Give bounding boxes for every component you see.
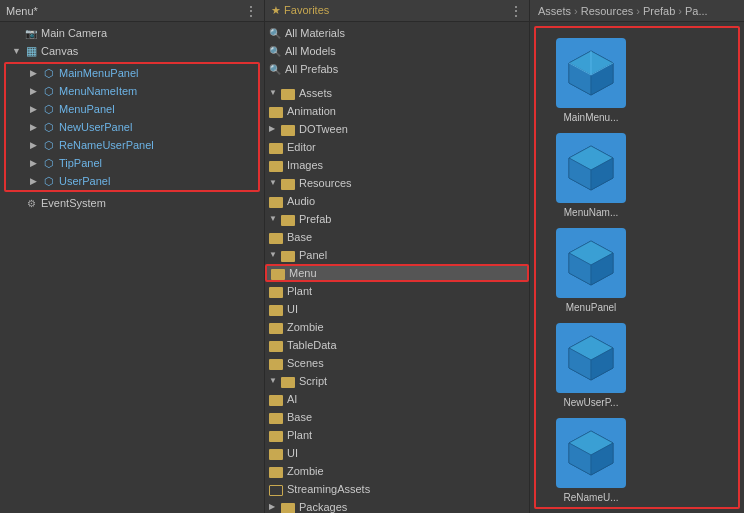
scenes-label: Scenes	[287, 357, 324, 369]
asset-label-menunam: MenuNam...	[564, 207, 618, 218]
asset-item-mainmenu[interactable]: MainMenu...	[546, 38, 636, 123]
project-panel: ★ Favorites ⋮ 🔍 All Materials 🔍 All Mode…	[265, 0, 530, 513]
folder-icon-zombie2	[269, 467, 283, 478]
hierarchy-item-main-camera[interactable]: 📷 Main Camera	[0, 24, 264, 42]
project-resources[interactable]: Resources	[265, 174, 529, 192]
project-script[interactable]: Script	[265, 372, 529, 390]
ai-label: AI	[287, 393, 297, 405]
prefab-icon-menunameitem: ⬡	[42, 84, 56, 98]
project-prefab[interactable]: Prefab	[265, 210, 529, 228]
folder-icon-zombie	[269, 323, 283, 334]
project-editor[interactable]: Editor	[265, 138, 529, 156]
project-ai[interactable]: AI	[265, 390, 529, 408]
asset-icon-newuserp	[556, 323, 626, 393]
folder-icon-ui2	[269, 449, 283, 460]
assets-panel: Assets › Resources › Prefab › Pa...	[530, 0, 744, 513]
asset-item-menupanel[interactable]: MenuPanel	[546, 228, 636, 313]
folder-icon-panel	[281, 251, 295, 262]
asset-item-newuserp[interactable]: NewUserP...	[546, 323, 636, 408]
hierarchy-item-menupanel[interactable]: ⬡ MenuPanel	[6, 100, 258, 118]
project-panel-folder[interactable]: Panel	[265, 246, 529, 264]
packages-label: Packages	[299, 501, 347, 513]
project-packages[interactable]: Packages	[265, 498, 529, 513]
search-icon-prefabs: 🔍	[269, 64, 281, 75]
prefab-icon-menupanel: ⬡	[42, 102, 56, 116]
hierarchy-item-newuserpanel[interactable]: ⬡ NewUserPanel	[6, 118, 258, 136]
folder-icon-images	[269, 161, 283, 172]
hierarchy-item-canvas[interactable]: ▦ Canvas	[0, 42, 264, 60]
base-label: Base	[287, 231, 312, 243]
project-base2[interactable]: Base	[265, 408, 529, 426]
project-scenes[interactable]: Scenes	[265, 354, 529, 372]
newuser-arrow	[30, 122, 40, 132]
ui-label: UI	[287, 303, 298, 315]
asset-icon-menunam	[556, 133, 626, 203]
folder-icon-script	[281, 377, 295, 388]
project-streaming[interactable]: StreamingAssets	[265, 480, 529, 498]
asset-label-menupanel: MenuPanel	[566, 302, 617, 313]
project-tabledata[interactable]: TableData	[265, 336, 529, 354]
project-animation[interactable]: Animation	[265, 102, 529, 120]
asset-item-menunam[interactable]: MenuNam...	[546, 133, 636, 218]
hierarchy-item-userpanel[interactable]: ⬡ UserPanel	[6, 172, 258, 190]
project-audio[interactable]: Audio	[265, 192, 529, 210]
project-plant2[interactable]: Plant	[265, 426, 529, 444]
zombie-label: Zombie	[287, 321, 324, 333]
project-base[interactable]: Base	[265, 228, 529, 246]
project-all-models[interactable]: 🔍 All Models	[265, 42, 529, 60]
resources-arrow	[269, 178, 279, 188]
main-camera-label: Main Camera	[41, 27, 107, 39]
project-ui2[interactable]: UI	[265, 444, 529, 462]
project-images[interactable]: Images	[265, 156, 529, 174]
ui2-label: UI	[287, 447, 298, 459]
breadcrumb-pa: Pa...	[685, 5, 708, 17]
project-plant[interactable]: Plant	[265, 282, 529, 300]
project-zombie[interactable]: Zombie	[265, 318, 529, 336]
project-zombie2[interactable]: Zombie	[265, 462, 529, 480]
assets-label: Assets	[299, 87, 332, 99]
audio-label: Audio	[287, 195, 315, 207]
hierarchy-menu-icon[interactable]: ⋮	[244, 3, 258, 19]
prefab-icon-renameuser: ⬡	[42, 138, 56, 152]
hierarchy-item-tippanel[interactable]: ⬡ TipPanel	[6, 154, 258, 172]
folder-icon-plant	[269, 287, 283, 298]
folder-icon-editor	[269, 143, 283, 154]
project-assets-root[interactable]: Assets	[265, 84, 529, 102]
hierarchy-item-renameuserpanel[interactable]: ⬡ ReNameUserPanel	[6, 136, 258, 154]
folder-icon-ai	[269, 395, 283, 406]
camera-icon: 📷	[24, 26, 38, 40]
project-ui[interactable]: UI	[265, 300, 529, 318]
images-label: Images	[287, 159, 323, 171]
menupanel-label: MenuPanel	[59, 103, 115, 115]
search-icon-models: 🔍	[269, 46, 281, 57]
asset-icon-mainmenu	[556, 38, 626, 108]
prefab-arrow	[269, 214, 279, 224]
project-menu-folder[interactable]: Menu	[265, 264, 529, 282]
menunameitem-arrow	[30, 86, 40, 96]
hierarchy-tree: 📷 Main Camera ▦ Canvas ⬡ MainMenuPanel ⬡	[0, 22, 264, 513]
hierarchy-header: Menu* ⋮	[0, 0, 264, 22]
folder-icon-scenes	[269, 359, 283, 370]
hierarchy-item-menunameitem[interactable]: ⬡ MenuNameItem	[6, 82, 258, 100]
hierarchy-panel: Menu* ⋮ 📷 Main Camera ▦ Canvas ⬡	[0, 0, 265, 513]
panel-arrow	[269, 250, 279, 260]
folder-icon-dotween	[281, 125, 295, 136]
favorites-title: ★ Favorites	[271, 4, 329, 17]
folder-icon-ui	[269, 305, 283, 316]
project-all-materials[interactable]: 🔍 All Materials	[265, 24, 529, 42]
panel-label: Panel	[299, 249, 327, 261]
folder-icon-tabledata	[269, 341, 283, 352]
plant-label: Plant	[287, 285, 312, 297]
folder-icon-base	[269, 233, 283, 244]
project-menu-icon[interactable]: ⋮	[509, 3, 523, 19]
menupanel-arrow	[30, 104, 40, 114]
hierarchy-item-mainmenupanel[interactable]: ⬡ MainMenuPanel	[6, 64, 258, 82]
project-all-prefabs[interactable]: 🔍 All Prefabs	[265, 60, 529, 78]
hierarchy-item-eventsystem[interactable]: ⚙ EventSystem	[0, 194, 264, 212]
assets-grid: MainMenu... MenuNam...	[534, 26, 740, 509]
project-dotween[interactable]: DOTween	[265, 120, 529, 138]
prefab-icon-newuser: ⬡	[42, 120, 56, 134]
canvas-label: Canvas	[41, 45, 78, 57]
sep3: ›	[678, 5, 682, 17]
asset-item-renameu[interactable]: ReNameU...	[546, 418, 636, 503]
